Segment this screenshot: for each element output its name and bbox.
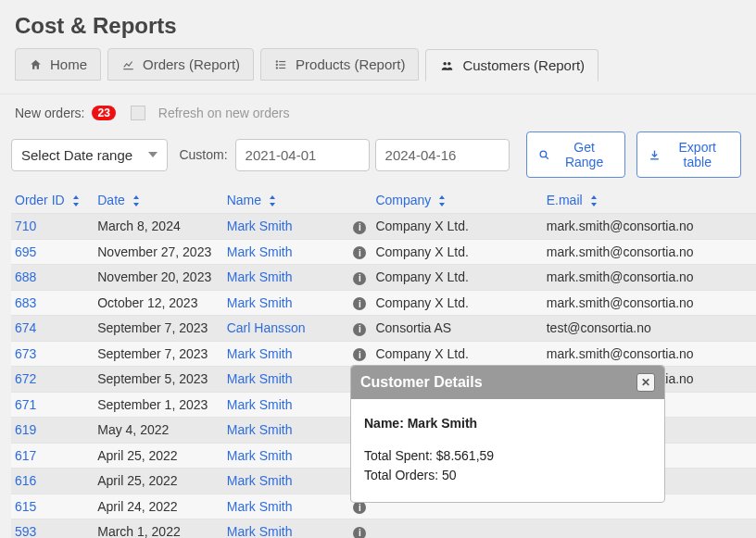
order-id-link[interactable]: 671: [15, 397, 36, 412]
info-icon[interactable]: i: [353, 297, 366, 310]
new-orders-label: New orders:: [15, 106, 84, 120]
table-row: 710March 8, 2024Mark SmithiCompany X Ltd…: [11, 214, 756, 240]
cell-email: mark.smith@consortia.no: [543, 239, 756, 265]
popup-title: Customer Details: [360, 374, 483, 391]
info-icon[interactable]: i: [353, 221, 366, 234]
popup-spent-value: $8.561,59: [436, 448, 494, 463]
order-id-link[interactable]: 593: [15, 524, 36, 538]
cell-company: Company X Ltd.: [372, 265, 542, 291]
customer-name-link[interactable]: Mark Smith: [227, 422, 293, 437]
chevron-down-icon: [148, 152, 158, 157]
col-company[interactable]: Company: [372, 187, 542, 214]
order-id-link[interactable]: 617: [15, 448, 36, 463]
cell-company: Company X Ltd.: [372, 290, 542, 316]
col-email[interactable]: E.mail: [543, 187, 756, 214]
customer-name-link[interactable]: Mark Smith: [227, 269, 293, 284]
cell-date: April 25, 2022: [94, 443, 222, 469]
col-label: Order ID: [15, 193, 65, 207]
customer-name-link[interactable]: Mark Smith: [227, 397, 293, 412]
cell-date: September 7, 2023: [94, 341, 222, 367]
table-row: 673September 7, 2023Mark SmithiCompany X…: [11, 341, 756, 367]
cell-email: mark.smith@consortia.no: [543, 265, 756, 291]
info-icon[interactable]: i: [353, 272, 366, 285]
info-icon[interactable]: i: [353, 527, 366, 539]
customer-name-link[interactable]: Mark Smith: [227, 219, 293, 233]
get-range-label: Get Range: [556, 140, 613, 169]
svg-rect-5: [279, 67, 285, 68]
svg-point-7: [448, 61, 452, 65]
col-order-id[interactable]: Order ID: [11, 187, 94, 214]
users-icon: [439, 59, 455, 72]
tab-home[interactable]: Home: [15, 48, 101, 81]
tab-label: Products (Report): [296, 56, 405, 72]
table-row: 674September 7, 2023Carl HanssoniConsort…: [11, 316, 756, 342]
date-from-input[interactable]: [235, 139, 370, 171]
date-range-select[interactable]: Select Date range: [11, 139, 168, 171]
customer-name-link[interactable]: Mark Smith: [227, 244, 293, 259]
customer-name-link[interactable]: Mark Smith: [227, 295, 293, 310]
export-table-button[interactable]: Export table: [636, 131, 741, 178]
svg-point-2: [276, 63, 278, 65]
info-icon[interactable]: i: [353, 501, 366, 514]
date-to-input[interactable]: [375, 139, 510, 171]
customer-name-link[interactable]: Mark Smith: [227, 524, 293, 538]
cell-email: mark.smith@consortia.no: [543, 290, 756, 316]
customer-name-link[interactable]: Mark Smith: [227, 499, 293, 514]
order-id-link[interactable]: 710: [15, 219, 36, 233]
table-row: 683October 12, 2023Mark SmithiCompany X …: [11, 290, 756, 316]
export-label: Export table: [666, 140, 729, 169]
svg-rect-3: [279, 64, 285, 65]
customer-name-link[interactable]: Mark Smith: [227, 346, 293, 361]
customer-name-link[interactable]: Mark Smith: [227, 473, 293, 488]
order-id-link[interactable]: 695: [15, 244, 36, 259]
order-id-link[interactable]: 674: [15, 320, 36, 335]
info-icon[interactable]: i: [353, 246, 366, 259]
sort-icon: [438, 195, 446, 206]
cell-email: test@consortia.no: [543, 316, 756, 342]
cell-date: November 27, 2023: [94, 239, 222, 265]
col-label: Name: [227, 193, 261, 207]
tab-label: Home: [50, 56, 87, 72]
order-id-link[interactable]: 683: [15, 295, 36, 310]
popup-name-label: Name:: [364, 416, 404, 431]
col-name[interactable]: Name: [223, 187, 372, 214]
tab-orders[interactable]: Orders (Report): [107, 48, 254, 81]
order-id-link[interactable]: 673: [15, 346, 36, 361]
customer-name-link[interactable]: Carl Hansson: [227, 320, 306, 335]
order-id-link[interactable]: 672: [15, 371, 36, 386]
svg-point-6: [444, 61, 447, 65]
export-icon: [649, 149, 661, 161]
get-range-button[interactable]: Get Range: [526, 131, 625, 178]
tab-customers[interactable]: Customers (Report): [425, 49, 598, 81]
cell-company: Consortia AS: [372, 316, 542, 342]
cell-date: November 20, 2023: [94, 265, 222, 291]
popup-name-value: Mark Smith: [408, 416, 477, 431]
tab-products[interactable]: Products (Report): [260, 48, 419, 81]
svg-point-8: [540, 151, 547, 157]
popup-spent-label: Total Spent:: [364, 448, 433, 463]
refresh-checkbox[interactable]: [131, 106, 145, 120]
svg-point-0: [276, 60, 278, 62]
order-id-link[interactable]: 615: [15, 499, 36, 514]
col-date[interactable]: Date: [94, 187, 222, 214]
cell-date: March 8, 2024: [94, 214, 222, 240]
cell-company: Company X Ltd.: [372, 239, 542, 265]
close-icon[interactable]: ✕: [636, 373, 655, 392]
order-id-link[interactable]: 616: [15, 473, 36, 488]
customer-name-link[interactable]: Mark Smith: [227, 371, 293, 386]
page-title: Cost & Reports: [0, 0, 756, 48]
info-icon[interactable]: i: [353, 323, 366, 336]
cell-date: October 12, 2023: [94, 290, 222, 316]
sort-icon: [132, 195, 140, 206]
cell-date: September 1, 2023: [94, 392, 222, 418]
order-id-link[interactable]: 619: [15, 422, 36, 437]
customer-details-popup: Customer Details ✕ Name: Mark Smith Tota…: [350, 365, 665, 503]
cell-date: April 25, 2022: [94, 469, 222, 494]
customer-name-link[interactable]: Mark Smith: [227, 448, 293, 463]
cell-date: April 24, 2022: [94, 494, 222, 519]
info-icon[interactable]: i: [353, 348, 366, 361]
popup-orders-value: 50: [442, 468, 457, 482]
col-label: E.mail: [547, 193, 583, 207]
date-range-placeholder: Select Date range: [21, 147, 132, 163]
order-id-link[interactable]: 688: [15, 269, 36, 284]
